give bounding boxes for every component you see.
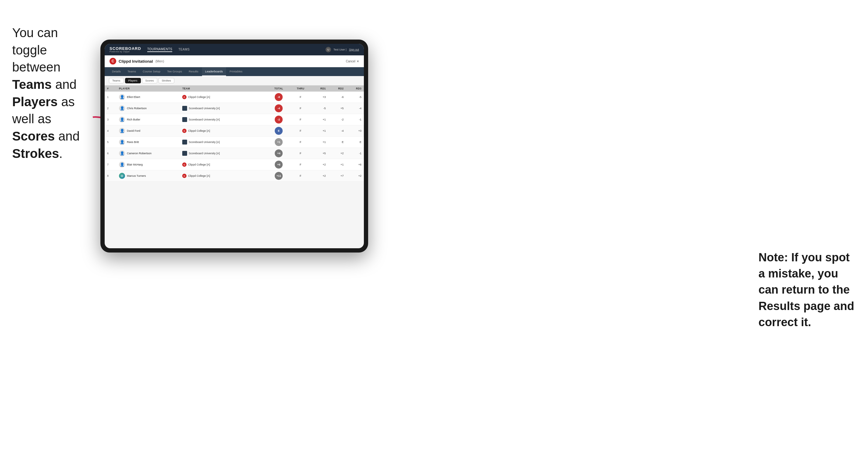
score-badge: E — [275, 127, 283, 135]
cell-player: 👤Rich Butler — [117, 114, 180, 125]
cell-rd3: +2 — [346, 170, 364, 182]
cancel-button[interactable]: Cancel ✕ — [346, 60, 359, 63]
col-rank: # — [105, 86, 117, 92]
left-annotation: You can toggle between Teams and Players… — [12, 24, 94, 162]
nav-teams[interactable]: TEAMS — [178, 48, 190, 52]
cell-total: -8 — [267, 92, 290, 103]
col-rd3: RD3 — [346, 86, 364, 92]
cell-player: 👤David Ford — [117, 125, 180, 136]
tab-details[interactable]: Details — [109, 67, 124, 76]
cell-rank: 4 — [105, 125, 117, 136]
cell-rd3: +3 — [346, 125, 364, 136]
cell-rd1: +2 — [310, 159, 328, 170]
col-thru: THRU — [290, 86, 310, 92]
avatar: 👤 — [119, 139, 125, 145]
tournament-gender: (Men) — [155, 59, 164, 63]
table-row: 6👤Cameron RobertsonScoreboard University… — [105, 148, 364, 159]
toggle-teams[interactable]: Teams — [109, 78, 124, 83]
user-label: Test User | — [334, 48, 346, 51]
table-row: 3👤Rich ButlerScoreboard University [A]-2… — [105, 114, 364, 125]
score-badge: -2 — [275, 116, 283, 124]
cell-rd2: +1 — [328, 159, 346, 170]
cell-rd3: -1 — [346, 148, 364, 159]
cell-team: CClippd College [A] — [180, 159, 267, 170]
cell-thru: F — [290, 148, 310, 159]
col-player: PLAYER — [117, 86, 180, 92]
cell-team: Scoreboard University [A] — [180, 114, 267, 125]
logo-text: SCOREBOARD — [110, 46, 141, 51]
leaderboard-table: # PLAYER TEAM TOTAL THRU RD1 RD2 RD3 1👤E… — [105, 86, 364, 182]
cell-total: -4 — [267, 103, 290, 114]
sign-out-link[interactable]: Sign out — [349, 48, 359, 51]
toggle-strokes[interactable]: Strokes — [158, 78, 175, 83]
cell-total: +1 — [267, 136, 290, 148]
tournament-header: C Clippd Invitational (Men) Cancel ✕ — [105, 55, 364, 67]
cell-rd3: -5 — [346, 92, 364, 103]
toggle-bar: Teams Players Scores Strokes — [105, 76, 364, 86]
cell-rd1: +1 — [310, 125, 328, 136]
header-left: SCOREBOARD Powered by clippd TOURNAMENTS… — [110, 46, 190, 53]
cell-rank: 7 — [105, 159, 117, 170]
team-logo: C — [182, 95, 186, 99]
col-team: TEAM — [180, 86, 267, 92]
cell-rd2: +2 — [328, 148, 346, 159]
table-row: 1👤Elliot EbertCClippd College [A]-8F+3-6… — [105, 92, 364, 103]
sub-navigation: Details Teams Course Setup Tee Groups Re… — [105, 67, 364, 76]
table-row: 8MMarcus TurnersCClippd College [A]+11F+… — [105, 170, 364, 182]
cell-rank: 1 — [105, 92, 117, 103]
table-row: 7👤Blair McHargCClippd College [A]+6F+2+1… — [105, 159, 364, 170]
cell-rd3: E — [346, 136, 364, 148]
cell-thru: F — [290, 159, 310, 170]
cell-rd1: +1 — [310, 136, 328, 148]
cell-rd1: -5 — [310, 103, 328, 114]
team-logo: C — [182, 174, 186, 178]
cell-rd2: +7 — [328, 170, 346, 182]
team-logo: C — [182, 129, 186, 133]
cell-rd2: E — [328, 136, 346, 148]
table-row: 2👤Chris RobertsonScoreboard University [… — [105, 103, 364, 114]
score-badge: +4 — [275, 149, 283, 157]
cell-thru: F — [290, 114, 310, 125]
team-logo: C — [182, 162, 186, 167]
cell-rd1: +3 — [310, 92, 328, 103]
tab-leaderboards[interactable]: Leaderboards — [202, 67, 226, 76]
cell-total: E — [267, 125, 290, 136]
team-logo — [182, 151, 187, 156]
cell-rank: 3 — [105, 114, 117, 125]
tab-course-setup[interactable]: Course Setup — [140, 67, 163, 76]
score-badge: +6 — [275, 161, 283, 168]
avatar: M — [119, 173, 125, 179]
team-logo — [182, 106, 187, 111]
team-logo — [182, 117, 187, 122]
tab-tee-groups[interactable]: Tee Groups — [164, 67, 185, 76]
cell-rd2: -6 — [328, 92, 346, 103]
toggle-players[interactable]: Players — [125, 78, 141, 83]
toggle-scores[interactable]: Scores — [142, 78, 157, 83]
nav-tournaments[interactable]: TOURNAMENTS — [147, 48, 173, 52]
avatar: 👤 — [119, 161, 125, 168]
cell-rank: 2 — [105, 103, 117, 114]
avatar: 👤 — [119, 117, 125, 123]
cell-team: CClippd College [A] — [180, 170, 267, 182]
avatar: 👤 — [119, 94, 125, 100]
tab-results[interactable]: Results — [186, 67, 202, 76]
tournament-logo: C — [110, 58, 116, 64]
cell-rank: 8 — [105, 170, 117, 182]
tab-printables[interactable]: Printables — [227, 67, 246, 76]
cell-team: Scoreboard University [A] — [180, 103, 267, 114]
cell-rd1: +2 — [310, 170, 328, 182]
cell-team: CClippd College [A] — [180, 92, 267, 103]
cell-total: +11 — [267, 170, 290, 182]
table-row: 5👤Rees BrittScoreboard University [A]+1F… — [105, 136, 364, 148]
cell-player: MMarcus Turners — [117, 170, 180, 182]
cell-player: 👤Chris Robertson — [117, 103, 180, 114]
cell-thru: F — [290, 92, 310, 103]
cell-player: 👤Blair McHarg — [117, 159, 180, 170]
cell-team: CClippd College [A] — [180, 125, 267, 136]
tab-teams[interactable]: Teams — [124, 67, 139, 76]
cell-thru: F — [290, 103, 310, 114]
avatar: 👤 — [119, 150, 125, 156]
tablet-screen: SCOREBOARD Powered by clippd TOURNAMENTS… — [105, 44, 364, 248]
user-icon: U — [326, 47, 331, 52]
col-total: TOTAL — [267, 86, 290, 92]
